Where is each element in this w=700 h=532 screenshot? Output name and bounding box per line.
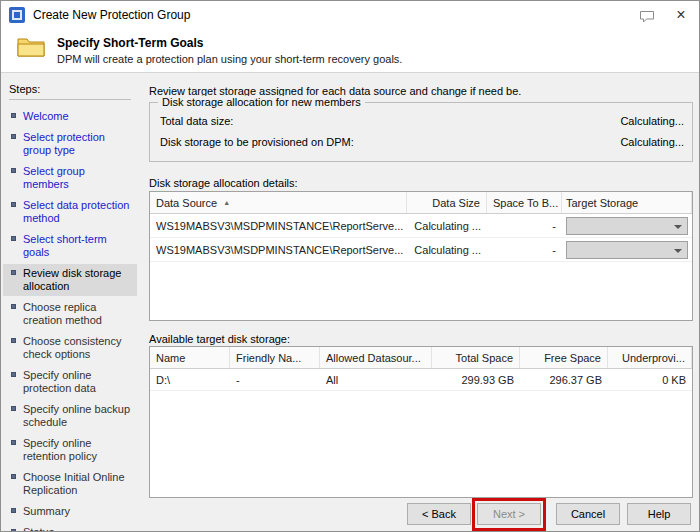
step-bullet-icon [11,202,16,207]
step-welcome[interactable]: Welcome [3,107,137,126]
sort-ascending-icon: ▲ [223,199,230,206]
step-bullet-icon [11,134,16,139]
available-table-header: Name Friendly Na... Allowed Datasour... … [150,347,692,369]
step-choose-initial-online-replication: Choose Initial Online Replication [3,468,137,500]
next-button-wrapper: Next > [477,503,541,525]
column-header-label: Data Size [432,197,480,209]
dpm-app-icon [9,7,25,23]
allocation-groupbox: Disk storage allocation for new members … [149,102,693,162]
step-specify-online-backup-schedule: Specify online backup schedule [3,400,137,432]
underprovisioned-cell: 0 KB [608,369,692,390]
step-bullet-icon [11,406,16,411]
column-header-label: Name [156,352,185,364]
folder-icon [17,35,45,61]
window-title: Create New Protection Group [33,8,190,22]
details-section-label: Disk storage allocation details: [149,177,298,189]
close-icon[interactable]: × [671,7,691,23]
column-header-label: Underprovi... [622,352,685,364]
total-space-cell: 299.93 GB [432,369,520,390]
disk-storage-provisioned-label: Disk storage to be provisioned on DPM: [160,136,354,148]
target-storage-cell [562,214,692,237]
data-source-cell: WS19MABSV3\MSDPMINSTANCE\ReportServe... [150,238,407,261]
page-subtitle: DPM will create a protection plan using … [57,53,402,65]
column-header-allowed-datasources[interactable]: Allowed Datasour... [320,347,432,368]
target-storage-dropdown[interactable] [566,241,688,259]
groupbox-title: Disk storage allocation for new members [158,96,365,108]
step-label: Select group members [23,165,133,191]
name-cell: D:\ [150,369,230,390]
column-header-data-source[interactable]: Data Source ▲ [150,192,407,213]
step-bullet-icon [11,474,16,479]
steps-heading: Steps: [9,83,131,100]
step-select-group-members[interactable]: Select group members [3,162,137,194]
create-protection-group-dialog: Create New Protection Group × Specify Sh… [0,0,700,532]
available-section-label: Available target disk storage: [149,333,290,345]
steps-sidebar: Steps: Welcome Select protection group t… [1,73,139,497]
step-label: Select short-term goals [23,233,133,259]
column-header-friendly-name[interactable]: Friendly Na... [230,347,320,368]
table-row[interactable]: D:\ - All 299.93 GB 296.37 GB 0 KB [150,369,692,391]
column-header-name[interactable]: Name [150,347,230,368]
step-select-short-term-goals[interactable]: Select short-term goals [3,230,137,262]
step-label: Choose Initial Online Replication [23,471,133,497]
footer-button-bar: < Back Next > Cancel Help [1,497,699,531]
step-label: Review disk storage allocation [23,267,133,293]
column-header-label: Friendly Na... [236,352,301,364]
wizard-header: Specify Short-Term Goals DPM will create… [1,29,699,73]
step-bullet-icon [11,168,16,173]
step-bullet-icon [11,236,16,241]
step-label: Select protection group type [23,131,133,157]
column-header-target-storage[interactable]: Target Storage [562,192,692,213]
step-label: Welcome [23,110,69,123]
column-header-total-space[interactable]: Total Space [432,347,520,368]
help-button[interactable]: Help [627,503,691,525]
free-space-cell: 296.37 GB [520,369,608,390]
disk-allocation-details-table: Data Source ▲ Data Size Space To B... Ta… [149,191,693,321]
step-review-disk-storage-allocation: Review disk storage allocation [3,264,137,296]
step-label: Choose replica creation method [23,301,133,327]
allowed-datasources-cell: All [320,369,432,390]
step-choose-replica-creation-method: Choose replica creation method [3,298,137,330]
available-storage-table: Name Friendly Na... Allowed Datasour... … [149,346,693,498]
column-header-underprovisioned[interactable]: Underprovi... [608,347,692,368]
step-choose-consistency-check-options: Choose consistency check options [3,332,137,364]
column-header-label: Space To B... [493,197,558,209]
column-header-label: Free Space [544,352,601,364]
step-bullet-icon [11,440,16,445]
data-size-cell: Calculating ... [407,214,487,237]
target-storage-dropdown[interactable] [566,217,688,235]
column-header-data-size[interactable]: Data Size [407,192,487,213]
title-bar: Create New Protection Group × [1,1,699,29]
next-button[interactable]: Next > [477,503,541,525]
step-label: Specify online retention policy [23,437,133,463]
details-table-header: Data Source ▲ Data Size Space To B... Ta… [150,192,692,214]
target-storage-cell [562,238,692,261]
column-header-label: Data Source [156,197,217,209]
step-select-protection-group-type[interactable]: Select protection group type [3,128,137,160]
cancel-button[interactable]: Cancel [556,503,620,525]
step-label: Specify online protection data [23,369,133,395]
space-to-be-cell: - [487,214,562,237]
table-row[interactable]: WS19MABSV3\MSDPMINSTANCE\ReportServe... … [150,238,692,262]
step-select-data-protection-method[interactable]: Select data protection method [3,196,137,228]
step-specify-online-retention-policy: Specify online retention policy [3,434,137,466]
dropdown-arrow-icon [674,249,682,253]
data-source-cell: WS19MABSV3\MSDPMINSTANCE\ReportServe... [150,214,407,237]
table-row[interactable]: WS19MABSV3\MSDPMINSTANCE\ReportServe... … [150,214,692,238]
column-header-space-to-be[interactable]: Space To B... [487,192,562,213]
step-bullet-icon [11,113,16,118]
space-to-be-cell: - [487,238,562,261]
column-header-free-space[interactable]: Free Space [520,347,608,368]
dropdown-arrow-icon [674,225,682,229]
back-button[interactable]: < Back [407,503,471,525]
step-label: Select data protection method [23,199,133,225]
column-header-label: Target Storage [566,197,638,209]
step-bullet-icon [11,372,16,377]
main-content: Review target storage assigned for each … [146,73,695,499]
data-size-cell: Calculating ... [407,238,487,261]
page-title: Specify Short-Term Goals [57,36,203,50]
step-bullet-icon [11,338,16,343]
column-header-label: Total Space [456,352,513,364]
feedback-icon[interactable] [639,9,655,22]
total-data-size-label: Total data size: [160,115,233,127]
